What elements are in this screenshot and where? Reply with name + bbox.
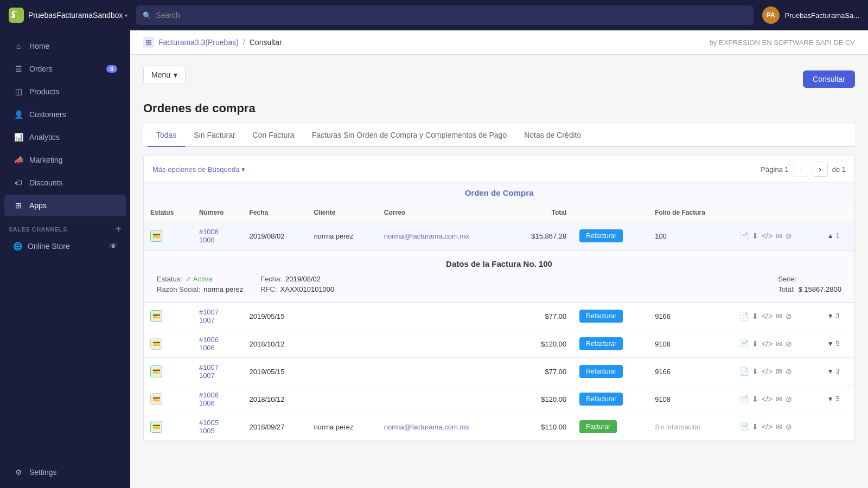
store-logo[interactable]: PruebasFacturamaSandbox ▾ (9, 8, 127, 23)
consultar-button[interactable]: Consultar (803, 70, 855, 88)
order-link[interactable]: #1007 (199, 363, 237, 371)
email-icon[interactable]: ✉ (776, 367, 782, 376)
sidebar-item-analytics[interactable]: 📊 Analytics (4, 126, 126, 148)
sidebar-item-settings[interactable]: ⚙ Settings (4, 461, 126, 483)
settings-label: Settings (29, 468, 57, 477)
more-search-button[interactable]: Más opciones de Búsqueda ▾ (152, 165, 245, 174)
search-input[interactable] (156, 11, 746, 20)
order-link[interactable]: #1006 (199, 391, 237, 399)
orders-icon: ☰ (13, 63, 24, 74)
code-icon[interactable]: </> (762, 422, 773, 431)
email-icon[interactable]: ✉ (776, 422, 782, 431)
expand-button[interactable]: ▼ 3 (827, 312, 848, 320)
code-icon[interactable]: </> (762, 232, 773, 240)
tab-con-factura[interactable]: Con Factura (244, 124, 303, 147)
sidebar-item-products[interactable]: ◫ Products (4, 81, 126, 102)
sidebar-item-marketing[interactable]: 📣 Marketing (4, 149, 126, 171)
code-icon[interactable]: </> (762, 395, 773, 403)
download-icon[interactable]: ⬇ (752, 232, 758, 240)
email-link[interactable]: norma@facturama.com.mx (384, 423, 469, 431)
cancel-icon[interactable]: ⊘ (786, 367, 792, 376)
serie-label: Serie: (778, 275, 796, 283)
tab-sin-facturar[interactable]: Sin Facturar (185, 124, 244, 147)
table-row: 💳 #1007 1007 2019/05/15 $77.00 Refactura… (144, 303, 854, 330)
col-total: Total (508, 203, 573, 222)
download-icon[interactable]: ⬇ (752, 367, 758, 376)
search-bar[interactable]: 🔍 (136, 5, 753, 25)
refacturar-button[interactable]: Refacturar (579, 365, 623, 378)
add-sales-channel-button[interactable]: + (116, 223, 122, 235)
pdf-icon[interactable]: 📄 (739, 422, 749, 431)
code-icon[interactable]: </> (762, 367, 773, 376)
order-sub-link[interactable]: 1007 (199, 316, 237, 324)
refacturar-button[interactable]: Refacturar (579, 393, 623, 406)
email-icon[interactable]: ✉ (776, 312, 782, 320)
cell-order: #1005 1005 (193, 413, 243, 441)
pdf-icon[interactable]: 📄 (739, 232, 749, 240)
status-icon-gray: 💳 (150, 393, 162, 405)
expand-button[interactable]: ▲ 1 (827, 232, 848, 240)
sidebar-item-discounts[interactable]: 🏷 Discounts (4, 172, 126, 194)
cancel-icon[interactable]: ⊘ (786, 422, 792, 431)
order-link[interactable]: #1007 (199, 308, 237, 316)
fecha-value: 2019/08/02 (285, 275, 321, 283)
sidebar-item-orders[interactable]: ☰ Orders 8 (4, 58, 126, 80)
main-header: ⊞ Facturama3.3(Pruebas) / Consultar by E… (130, 30, 868, 55)
download-icon[interactable]: ⬇ (752, 339, 758, 348)
folio-number: 9108 (655, 395, 671, 403)
order-sub-link[interactable]: 1005 (199, 427, 237, 435)
order-link[interactable]: #1008 (199, 228, 237, 236)
expand-button[interactable]: ▼ 5 (827, 395, 848, 403)
pdf-icon[interactable]: 📄 (739, 367, 749, 376)
download-icon[interactable]: ⬇ (752, 422, 758, 431)
order-sub-link[interactable]: 1006 (199, 399, 237, 407)
code-icon[interactable]: </> (762, 339, 773, 348)
menu-button[interactable]: Menu ▾ (143, 66, 186, 84)
pdf-icon[interactable]: 📄 (739, 339, 749, 348)
download-icon[interactable]: ⬇ (752, 312, 758, 320)
refacturar-button[interactable]: Refacturar (579, 310, 623, 323)
sidebar-item-label: Customers (29, 110, 66, 119)
email-icon[interactable]: ✉ (776, 395, 782, 403)
email-icon[interactable]: ✉ (776, 232, 782, 240)
sidebar-item-home[interactable]: ⌂ Home (4, 35, 126, 57)
pdf-icon[interactable]: 📄 (739, 312, 749, 320)
order-link[interactable]: #1005 (199, 419, 237, 427)
cancel-icon[interactable]: ⊘ (786, 232, 792, 240)
store-name[interactable]: PruebasFacturamaSandbox ▾ (28, 11, 127, 20)
page-next-button[interactable]: › (813, 162, 828, 177)
cell-folio: Sin Información (648, 413, 733, 441)
expand-button[interactable]: ▼ 5 (827, 340, 848, 348)
code-icon[interactable]: </> (762, 312, 773, 320)
cell-expand: ▼ 3 (821, 303, 854, 330)
total-value: $ 15867.2800 (798, 285, 841, 293)
tab-facturas-sin[interactable]: Facturas Sin Orden de Compra y Complemen… (303, 124, 516, 147)
cancel-icon[interactable]: ⊘ (786, 395, 792, 403)
status-icon-green: 💳 (150, 310, 162, 322)
refacturar-button[interactable]: Refacturar (579, 337, 623, 350)
cell-total: $120.00 (508, 330, 573, 358)
refacturar-button[interactable]: Refacturar (579, 229, 623, 242)
order-sub-link[interactable]: 1008 (199, 236, 237, 244)
sidebar-item-customers[interactable]: 👤 Customers (4, 104, 126, 125)
expand-button[interactable]: ▼ 3 (827, 368, 848, 375)
page-prev-button[interactable]: ‹ (793, 162, 808, 177)
settings-icon: ⚙ (13, 467, 24, 478)
customers-icon: 👤 (13, 109, 24, 120)
tab-todas[interactable]: Todas (148, 124, 185, 147)
email-link[interactable]: norma@facturama.com.mx (384, 232, 469, 240)
cell-expand: ▼ 3 (821, 358, 854, 386)
cancel-icon[interactable]: ⊘ (786, 312, 792, 320)
cell-email (378, 386, 509, 413)
download-icon[interactable]: ⬇ (752, 395, 758, 403)
cancel-icon[interactable]: ⊘ (786, 339, 792, 348)
order-sub-link[interactable]: 1006 (199, 344, 237, 352)
order-sub-link[interactable]: 1007 (199, 371, 237, 380)
email-icon[interactable]: ✉ (776, 339, 782, 348)
facturar-button[interactable]: Facturar (579, 420, 617, 433)
tab-notas-credito[interactable]: Notas de Crédito (515, 124, 590, 147)
order-link[interactable]: #1006 (199, 336, 237, 344)
pdf-icon[interactable]: 📄 (739, 395, 749, 403)
sidebar-item-apps[interactable]: ⊞ Apps (4, 195, 126, 216)
sidebar-item-online-store[interactable]: 🌐 Online Store 👁 (4, 237, 126, 255)
